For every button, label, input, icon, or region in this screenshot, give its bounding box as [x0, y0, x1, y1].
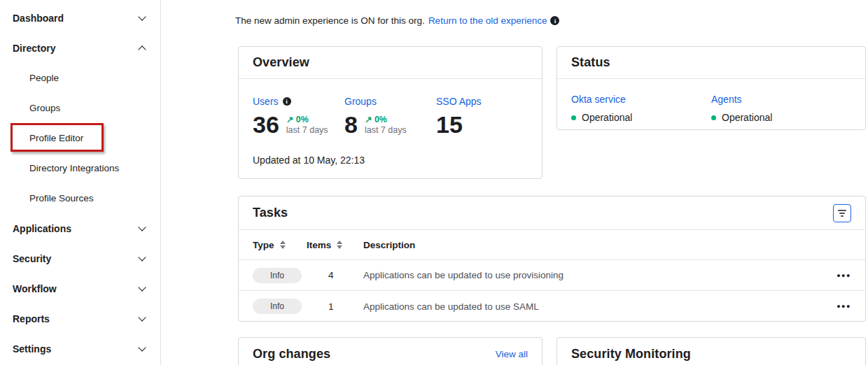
- sidebar-item-people[interactable]: People: [0, 63, 160, 93]
- groups-link[interactable]: Groups: [344, 96, 377, 107]
- sidebar-item-label: Groups: [29, 103, 60, 113]
- row-description: Applications can be updated to use SAML: [363, 301, 539, 312]
- status-title: Status: [571, 55, 610, 70]
- sidebar-item-label: Profile Editor: [29, 133, 83, 143]
- security-monitoring-card: Security Monitoring: [556, 337, 866, 365]
- banner-text: The new admin experience is ON for this …: [235, 15, 425, 26]
- chevron-down-icon: [138, 13, 146, 20]
- row-actions-ellipsis-icon[interactable]: ●●●: [836, 272, 851, 279]
- sidebar-item-label: Directory Integrations: [29, 163, 119, 173]
- sidebar-item-label: Dashboard: [13, 13, 64, 24]
- agents-state: Operational: [722, 112, 772, 123]
- chevron-down-icon: [138, 343, 146, 351]
- security-monitoring-title: Security Monitoring: [571, 347, 691, 362]
- users-count: 36: [253, 113, 279, 136]
- sso-apps-link[interactable]: SSO Apps: [436, 96, 482, 107]
- status-card: Status Okta service Operational Agents O…: [556, 46, 866, 130]
- status-dot-icon: [571, 115, 576, 120]
- users-period: last 7 days: [286, 125, 328, 135]
- groups-count: 8: [344, 113, 358, 136]
- service-okta: Okta service Operational: [571, 93, 711, 123]
- sidebar-item-label: People: [29, 73, 59, 83]
- view-all-link[interactable]: View all: [496, 349, 528, 359]
- sidebar-item-dashboard[interactable]: Dashboard: [0, 3, 160, 33]
- agents-link[interactable]: Agents: [711, 94, 742, 105]
- tasks-filter-button[interactable]: [833, 204, 851, 222]
- return-old-experience-link[interactable]: Return to the old experience: [428, 15, 547, 26]
- tasks-card: Tasks Type Items Description Info 4 Appl…: [238, 196, 866, 322]
- column-header-items[interactable]: Items: [307, 240, 331, 250]
- sidebar-item-label: Reports: [13, 313, 50, 324]
- info-icon[interactable]: i: [550, 16, 559, 25]
- table-row[interactable]: Info 4 Applications can be updated to us…: [239, 260, 865, 291]
- sidebar-item-profile-editor[interactable]: Profile Editor: [0, 123, 160, 153]
- trend-up-icon: ↗: [365, 115, 372, 124]
- tasks-title: Tasks: [253, 206, 288, 220]
- sidebar-item-settings[interactable]: Settings: [0, 334, 160, 364]
- okta-service-link[interactable]: Okta service: [571, 94, 626, 105]
- stat-groups: Groups 8 ↗ 0% last 7 days: [344, 96, 436, 136]
- sso-apps-count: 15: [436, 113, 463, 136]
- column-header-type[interactable]: Type: [253, 240, 274, 250]
- chevron-up-icon: [138, 45, 146, 53]
- status-badge: Info: [253, 299, 302, 314]
- overview-card: Overview Users i 36 ↗ 0% last 7 days Gro…: [238, 46, 542, 179]
- chevron-down-icon: [138, 253, 146, 261]
- groups-period: last 7 days: [365, 125, 407, 135]
- service-agents: Agents Operational: [711, 93, 851, 123]
- status-dot-icon: [711, 115, 716, 120]
- row-item-count: 4: [307, 270, 334, 280]
- sort-icon[interactable]: [337, 241, 342, 249]
- sidebar-item-label: Applications: [13, 223, 71, 234]
- users-link[interactable]: Users: [253, 96, 279, 107]
- row-item-count: 1: [307, 301, 334, 312]
- column-header-description: Description: [363, 240, 415, 250]
- sidebar-item-label: Workflow: [13, 283, 57, 294]
- org-changes-title: Org changes: [253, 347, 330, 362]
- sidebar-item-applications[interactable]: Applications: [0, 213, 160, 243]
- chevron-down-icon: [138, 223, 146, 231]
- sidebar-item-reports[interactable]: Reports: [0, 303, 160, 334]
- sidebar-item-label: Settings: [13, 343, 51, 355]
- status-badge: Info: [253, 268, 302, 283]
- sidebar-item-directory-integrations[interactable]: Directory Integrations: [0, 153, 160, 183]
- sidebar-item-profile-sources[interactable]: Profile Sources: [0, 183, 160, 213]
- overview-title: Overview: [253, 55, 309, 70]
- sidebar: Dashboard Directory People Groups Profil…: [0, 0, 161, 365]
- sort-icon[interactable]: [280, 241, 286, 249]
- sidebar-item-directory[interactable]: Directory: [0, 33, 160, 63]
- info-icon[interactable]: i: [283, 97, 291, 106]
- groups-delta: 0%: [374, 115, 387, 124]
- table-row[interactable]: Info 1 Applications can be updated to us…: [239, 291, 865, 322]
- row-description: Applications can be updated to use provi…: [363, 270, 564, 280]
- users-delta: 0%: [296, 115, 309, 124]
- row-actions-ellipsis-icon[interactable]: ●●●: [836, 303, 851, 310]
- trend-up-icon: ↗: [286, 115, 293, 124]
- sidebar-item-label: Profile Sources: [29, 193, 94, 203]
- org-changes-card: Org changes View all: [238, 337, 542, 365]
- admin-experience-banner: The new admin experience is ON for this …: [235, 15, 559, 26]
- sidebar-item-groups[interactable]: Groups: [0, 93, 160, 123]
- overview-updated-timestamp: Updated at 10 May, 22:13: [239, 136, 542, 166]
- sidebar-item-label: Security: [13, 253, 51, 264]
- chevron-down-icon: [138, 283, 146, 291]
- chevron-down-icon: [138, 313, 146, 321]
- sidebar-item-label: Directory: [13, 43, 55, 54]
- filter-icon: [838, 210, 846, 211]
- okta-service-state: Operational: [582, 112, 632, 123]
- tasks-table-header: Type Items Description: [239, 230, 865, 260]
- sidebar-item-workflow[interactable]: Workflow: [0, 273, 160, 303]
- stat-sso-apps: SSO Apps 15: [436, 96, 528, 136]
- stat-users: Users i 36 ↗ 0% last 7 days: [253, 96, 344, 136]
- sidebar-item-security[interactable]: Security: [0, 243, 160, 273]
